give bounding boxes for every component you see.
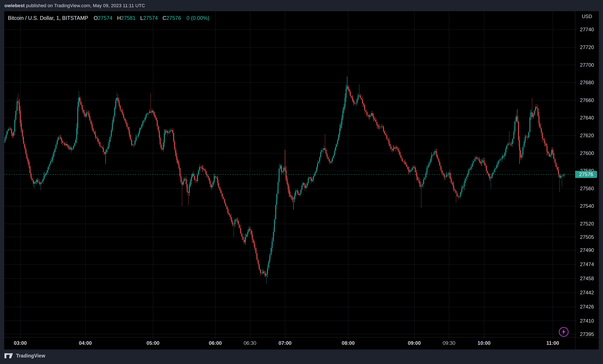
symbol-header: Bitcoin / U.S. Dollar, 1, BITSTAMP O2757… xyxy=(8,14,209,22)
pane-dividers xyxy=(4,11,599,349)
price-axis-label: 27490 xyxy=(575,247,599,253)
price-axis-label: 27660 xyxy=(575,97,599,103)
price-axis-label: 27505 xyxy=(575,234,599,240)
last-price-badge: 27576 xyxy=(575,171,597,178)
price-axis-label: 27520 xyxy=(575,221,599,227)
price-axis-label: 27410 xyxy=(575,318,599,324)
lightning-icon xyxy=(561,329,566,335)
price-axis-label: 27620 xyxy=(575,133,599,138)
price-axis-label: 27458 xyxy=(575,275,599,282)
price-axis-label: 27540 xyxy=(575,203,599,209)
price-axis-label: 27474 xyxy=(575,262,599,267)
time-axis-label: 04:00 xyxy=(79,340,92,346)
candles xyxy=(4,76,565,284)
ohlc-pair: L27574 xyxy=(140,15,158,21)
time-axis-label: 06:30 xyxy=(244,340,256,346)
time-axis-label: 10:00 xyxy=(477,340,490,346)
price-axis-label: 27600 xyxy=(575,150,599,156)
publish-rest: published on TradingView.com, May 09, 20… xyxy=(25,3,145,8)
publish-bar: owiebest published on TradingView.com, M… xyxy=(0,0,603,11)
price-axis-label: 27442 xyxy=(575,290,599,296)
price-axis-label: 27640 xyxy=(575,115,599,121)
author-name: owiebest xyxy=(4,3,25,8)
time-axis-label: 11:00 xyxy=(546,340,559,346)
tradingview-attribution[interactable]: TradingView xyxy=(4,353,45,359)
price-axis-label: 27560 xyxy=(575,186,599,192)
candlestick-canvas[interactable] xyxy=(4,11,599,349)
time-axis-label: 05:00 xyxy=(146,340,159,346)
ohlc-pair: O27574 xyxy=(93,15,112,21)
change-value: 0 (0.00%) xyxy=(186,15,209,21)
ohlc-pair: H27581 xyxy=(117,15,136,21)
price-axis-currency: USD xyxy=(575,14,599,19)
time-axis-label: 07:00 xyxy=(278,340,291,346)
publish-text: owiebest published on TradingView.com, M… xyxy=(4,3,145,9)
axis-ticks xyxy=(20,30,577,339)
tradingview-logo-icon xyxy=(4,353,14,359)
tradingview-published-chart: owiebest published on TradingView.com, M… xyxy=(0,0,603,364)
time-axis-label: 09:30 xyxy=(443,340,455,346)
time-axis-label: 03:00 xyxy=(14,340,27,346)
price-axis-label: 27740 xyxy=(575,27,599,33)
price-axis-label: 27720 xyxy=(575,44,599,50)
lightning-button[interactable] xyxy=(559,327,568,337)
price-axis-label: 27680 xyxy=(575,80,599,86)
price-axis-label: 27700 xyxy=(575,62,599,68)
ohlc-values: O27574H27581L27574C27576 xyxy=(93,15,181,21)
price-axis-label: 27426 xyxy=(575,304,599,310)
symbol-title: Bitcoin / U.S. Dollar, 1, BITSTAMP xyxy=(8,15,88,21)
ohlc-pair: C27576 xyxy=(162,15,181,21)
time-axis-label: 09:00 xyxy=(408,340,421,346)
price-axis-label: 27395 xyxy=(575,331,599,337)
time-axis-label: 08:00 xyxy=(342,340,355,346)
time-axis-label: 06:00 xyxy=(209,340,222,346)
watermark-label: TradingView xyxy=(16,353,45,359)
